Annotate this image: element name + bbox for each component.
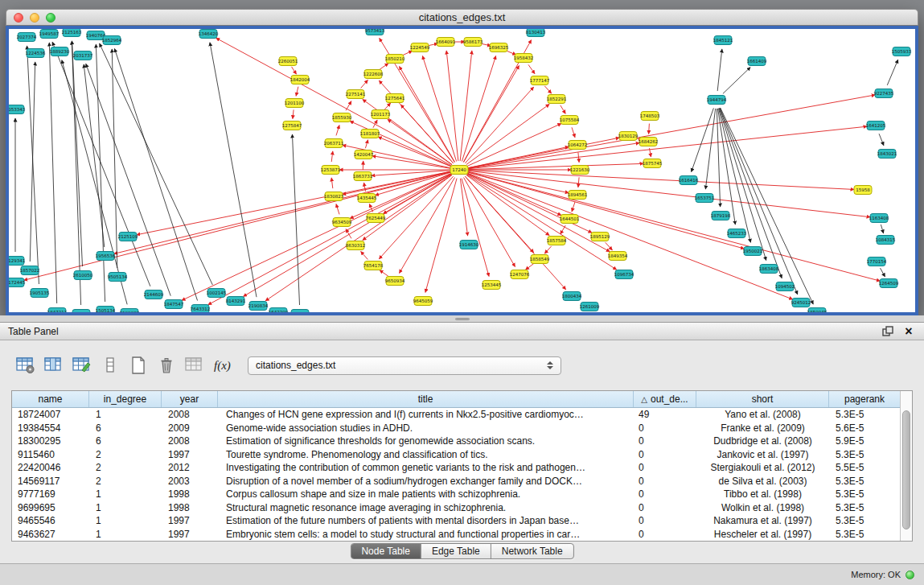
graph-node[interactable]: 1505933 — [892, 47, 912, 56]
table-row[interactable]: 1456911722003Disruption of a novel membe… — [12, 475, 900, 488]
graph-node[interactable]: 1852291 — [547, 95, 567, 104]
edit-columns-icon[interactable] — [71, 355, 93, 376]
row-options-icon[interactable] — [99, 355, 121, 376]
graph-node[interactable]: 1346420 — [199, 30, 219, 39]
graph-node[interactable]: 1420047 — [354, 150, 374, 159]
table-row[interactable]: 1872400712008Changes of HCN gene express… — [12, 408, 900, 422]
graph-node[interactable]: 1770154 — [867, 257, 887, 266]
graph-node[interactable]: 1096734 — [614, 270, 634, 279]
graph-node[interactable]: 1641205 — [866, 122, 886, 130]
graph-node[interactable]: 1895129 — [590, 233, 610, 241]
graph-node[interactable]: 1224549 — [410, 43, 430, 52]
column-header-in_degree[interactable]: in_degree — [89, 391, 162, 407]
graph-node[interactable]: 2610050 — [73, 271, 93, 280]
column-header-short[interactable]: short — [696, 391, 829, 407]
import-table-icon[interactable] — [183, 355, 206, 376]
graph-node[interactable]: 2053343 — [9, 105, 26, 114]
graph-node[interactable]: 2144609 — [144, 290, 164, 299]
graph-node[interactable]: 1075584 — [560, 116, 580, 125]
graph-node[interactable]: 1852964 — [102, 36, 122, 45]
graph-node[interactable]: 1858549 — [530, 255, 550, 264]
column-header-year[interactable]: year — [162, 391, 218, 407]
column-header-pagerank[interactable]: pagerank — [829, 391, 900, 407]
graph-node[interactable]: 1644501 — [560, 215, 580, 224]
show-columns-icon[interactable] — [43, 355, 65, 376]
graph-node[interactable]: 1857584 — [547, 237, 567, 245]
graph-node[interactable]: 1616416 — [679, 176, 699, 185]
graph-node[interactable]: 1850045 — [807, 308, 827, 313]
graph-node[interactable]: 9650934 — [385, 277, 405, 286]
graph-node[interactable]: 1850210 — [385, 55, 405, 64]
column-header-out_degree[interactable]: △out_de... — [634, 391, 696, 407]
graph-node[interactable]: 1958432 — [514, 54, 534, 63]
graph-node[interactable]: 1163408 — [869, 214, 889, 223]
graph-node[interactable]: 9573413 — [365, 29, 385, 35]
graph-node[interactable]: 1172445 — [9, 278, 26, 287]
table-row[interactable]: 911546021997Tourette syndrome. Phenomeno… — [12, 448, 900, 462]
graph-node[interactable]: 1275641 — [385, 94, 405, 103]
graph-node[interactable]: 1201173 — [371, 110, 391, 119]
graph-node[interactable]: 1653751 — [695, 194, 715, 203]
graph-node[interactable]: 1843021 — [877, 150, 897, 159]
graph-node[interactable]: 1950021 — [743, 247, 763, 256]
graph-node[interactable]: 1253871 — [321, 166, 341, 175]
panel-splitter[interactable] — [0, 315, 924, 322]
float-panel-icon[interactable] — [881, 325, 895, 338]
graph-node[interactable]: 7643312 — [191, 305, 211, 313]
graph-node[interactable]: 1465233 — [727, 229, 747, 238]
table-row[interactable]: 2242004622012Investigating the contribut… — [12, 461, 900, 475]
graph-node[interactable]: 1894561 — [568, 191, 588, 200]
graph-node[interactable]: 1748503 — [640, 112, 660, 121]
function-builder-icon[interactable]: f(x) — [211, 355, 234, 376]
graph-node[interactable]: 2199083 — [120, 309, 140, 313]
table-row[interactable]: 946554611997Estimation of the future num… — [12, 514, 900, 528]
new-table-icon[interactable] — [127, 355, 150, 376]
graph-node[interactable]: 1847211 — [47, 308, 68, 313]
graph-node[interactable]: 7625449 — [366, 214, 386, 223]
table-settings-icon[interactable] — [14, 355, 37, 376]
graph-node[interactable]: 1845121 — [713, 36, 733, 45]
graph-node[interactable]: 8630312 — [346, 241, 366, 250]
graph-node[interactable]: 1505134 — [96, 307, 116, 313]
graph-node[interactable]: 9586173 — [463, 38, 483, 47]
graph-node[interactable]: 1914630 — [459, 241, 479, 249]
graph-node[interactable]: 7654178 — [363, 262, 384, 270]
graph-node[interactable]: 1863731 — [353, 172, 373, 181]
minimize-window-button[interactable] — [30, 13, 39, 23]
graph-node[interactable]: 9634509 — [332, 218, 352, 227]
graph-node[interactable]: 1253445 — [482, 281, 502, 290]
graph-node[interactable]: 8143291 — [226, 297, 246, 306]
graph-node[interactable]: 15958 — [854, 186, 872, 195]
graph-node[interactable]: 1863408 — [759, 265, 779, 274]
graph-node[interactable]: 9922174 — [72, 310, 92, 313]
graph-node[interactable]: 1275847 — [282, 122, 302, 130]
graph-node[interactable]: 1847547 — [164, 300, 184, 309]
graph-node[interactable]: 9645059 — [413, 297, 433, 306]
scrollbar-thumb[interactable] — [902, 410, 910, 529]
graph-node[interactable]: 1664091 — [436, 38, 456, 47]
window-titlebar[interactable]: citations_edges.txt — [6, 9, 918, 26]
network-canvas[interactable]: 1724096509347654178863031296345091830823… — [9, 29, 915, 312]
graph-node[interactable]: 1129341 — [9, 257, 25, 266]
graph-node[interactable]: 1002145 — [207, 289, 227, 298]
tab-node-table[interactable]: Node Table — [351, 544, 421, 558]
graph-node[interactable]: 1435445 — [357, 194, 377, 203]
graph-node[interactable]: 1221630 — [570, 166, 590, 175]
graph-node[interactable]: 1905135 — [30, 289, 50, 298]
graph-node[interactable]: 1064272 — [568, 141, 588, 150]
close-window-button[interactable] — [14, 13, 23, 23]
graph-node[interactable]: 1222608 — [363, 70, 384, 79]
graph-node[interactable]: 1224536 — [26, 49, 46, 58]
graph-node[interactable]: 2260051 — [278, 57, 298, 66]
graph-node[interactable]: 17240 — [450, 166, 468, 175]
close-panel-icon[interactable]: × — [901, 325, 916, 338]
graph-node[interactable]: 2125109 — [118, 233, 138, 241]
table-row[interactable]: 977716911998Corpus callosum shape and si… — [12, 488, 900, 501]
graph-node[interactable]: 1830129 — [618, 132, 639, 141]
graph-node[interactable]: 1261009 — [580, 303, 600, 311]
graph-node[interactable]: 1830823 — [324, 192, 344, 201]
graph-node[interactable]: 1264509 — [879, 279, 899, 288]
graph-node[interactable]: 2125163 — [62, 29, 82, 37]
graph-node[interactable]: 1849354 — [608, 252, 628, 261]
graph-node[interactable]: 1247076 — [510, 270, 530, 279]
